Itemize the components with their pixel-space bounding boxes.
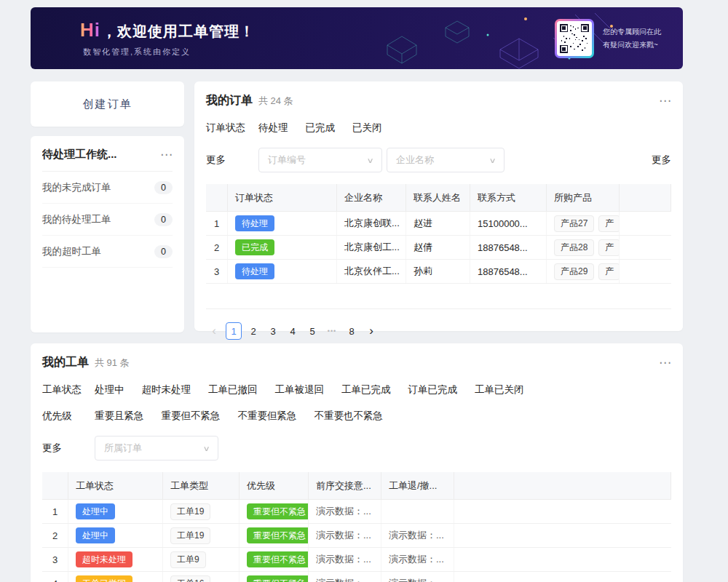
- product-tag: 产: [598, 263, 620, 280]
- sidebar: 创建订单 待处理工作统... ⋯ 我的未完成订单 0 我的待处理工单 0 我的超…: [31, 81, 184, 332]
- priority-badge: 重要但不紧急: [247, 527, 309, 543]
- col-company: 企业名称: [337, 184, 406, 211]
- ticket-status-badge: 工单已撤回: [76, 575, 132, 582]
- pagination-page-8[interactable]: 8: [344, 322, 360, 340]
- filter-option-pending[interactable]: 待处理: [258, 121, 288, 135]
- qr-code[interactable]: [555, 19, 594, 58]
- create-order-button[interactable]: 创建订单: [83, 97, 132, 111]
- parent-order-select[interactable]: 所属订单 ∨: [95, 436, 218, 461]
- phone-cell: 18876548...: [470, 260, 547, 283]
- filter-option-not-important-not-urgent[interactable]: 不重要也不紧急: [314, 410, 384, 423]
- pre-handover-cell: 演示数据：...: [309, 548, 381, 571]
- product-tag: 产品27: [554, 215, 594, 232]
- priority-badge: 重要但不紧急: [247, 575, 309, 582]
- pagination-ellipsis-icon[interactable]: •••: [324, 322, 340, 340]
- ticket-status-badge: 处理中: [76, 527, 115, 543]
- orders-more-label: 更多: [206, 154, 258, 167]
- order-status-badge: 已完成: [235, 239, 274, 255]
- stat-item-unfinished-orders[interactable]: 我的未完成订单 0: [42, 172, 173, 204]
- order-status-filter-row: 订单状态 待处理 已完成 已关闭: [206, 121, 671, 135]
- row-index: 1: [206, 212, 228, 235]
- stat-item-pending-tickets[interactable]: 我的待处理工单 0: [42, 204, 173, 236]
- orders-more-link[interactable]: 更多: [652, 154, 671, 167]
- col-contact-phone: 联系方式: [470, 184, 547, 211]
- phone-cell: 18876548...: [470, 236, 547, 259]
- pagination-prev-icon[interactable]: ‹: [206, 322, 222, 340]
- orders-more-filter-row: 更多 订单编号 ∨ 企业名称 ∨ 更多: [206, 148, 671, 172]
- ticket-type-tag: 工单16: [170, 575, 210, 582]
- banner-title: Hi ，欢迎使用工单管理！: [80, 19, 255, 41]
- col-priority: 优先级: [240, 472, 309, 499]
- filter-option-important-urgent[interactable]: 重要且紧急: [95, 410, 144, 423]
- order-row-3[interactable]: 3 待处理 北京伙伴工... 孙莉 18876548... 产品29 产: [206, 260, 671, 284]
- ticket-type-tag: 工单9: [170, 551, 206, 568]
- orders-table: 订单状态 企业名称 联系人姓名 联系方式 所购产品 1 待处理 北京康创联...…: [206, 184, 671, 309]
- col-contact-name: 联系人姓名: [406, 184, 470, 211]
- pagination-page-4[interactable]: 4: [285, 322, 301, 340]
- qr-caption-line2: 有疑问欢迎来戳~: [603, 39, 661, 52]
- pagination-page-3[interactable]: 3: [265, 322, 281, 340]
- order-status-badge: 待处理: [235, 215, 274, 231]
- filter-option-withdrawn[interactable]: 工单已撤回: [208, 383, 258, 396]
- order-row-2[interactable]: 2 已完成 北京康创工... 赵倩 18876548... 产品28 产: [206, 236, 671, 260]
- pre-handover-cell: 演示数据：...: [309, 572, 381, 582]
- filter-option-processing[interactable]: 处理中: [95, 383, 124, 396]
- pagination-page-5[interactable]: 5: [304, 322, 320, 340]
- products-cell: 产品28 产: [547, 236, 620, 259]
- tickets-table-header: 工单状态 工单类型 优先级 前序交接意... 工单退/撤...: [42, 472, 671, 500]
- ticket-row-2[interactable]: 2 处理中 工单19 重要但不紧急 演示数据：... 演示数据：...: [42, 524, 671, 548]
- company-cell: 北京伙伴工...: [337, 260, 406, 283]
- stat-label: 我的超时工单: [42, 245, 101, 258]
- products-cell: 产品29 产: [547, 260, 620, 283]
- order-status-filter-label: 订单状态: [206, 121, 258, 135]
- filter-option-completed[interactable]: 已完成: [306, 121, 336, 135]
- chevron-down-icon: ∨: [366, 156, 373, 164]
- product-tag: 产品28: [554, 239, 594, 256]
- filter-option-order-done[interactable]: 订单已完成: [408, 383, 458, 396]
- company-cell: 北京康创工...: [337, 236, 406, 259]
- filter-option-not-important-urgent[interactable]: 不重要但紧急: [238, 410, 297, 423]
- ticket-row-4[interactable]: 4 工单已撤回 工单16 重要但不紧急 演示数据：... 演示数据：...: [42, 572, 671, 582]
- stat-item-overdue-tickets[interactable]: 我的超时工单 0: [42, 236, 173, 268]
- tickets-panel-title: 我的工单: [42, 355, 89, 370]
- tickets-more-icon[interactable]: ⋯: [659, 356, 671, 369]
- phone-cell: 15100000...: [470, 212, 547, 235]
- stat-count-badge: 0: [154, 213, 173, 226]
- ticket-status-badge: 超时未处理: [76, 551, 132, 567]
- order-number-select[interactable]: 订单编号 ∨: [258, 148, 382, 172]
- company-name-select[interactable]: 企业名称 ∨: [387, 148, 505, 172]
- col-ticket-status: 工单状态: [68, 472, 163, 499]
- pre-handover-cell: 演示数据：...: [309, 524, 381, 547]
- filter-option-ticket-done[interactable]: 工单已完成: [341, 383, 391, 396]
- filter-option-closed[interactable]: 已关闭: [352, 121, 382, 135]
- filter-option-returned[interactable]: 工单被退回: [275, 383, 325, 396]
- filter-option-important-not-urgent[interactable]: 重要但不紧急: [162, 410, 221, 423]
- pagination-page-1[interactable]: 1: [226, 322, 242, 340]
- stats-more-icon[interactable]: ⋯: [160, 148, 173, 161]
- filter-option-overdue[interactable]: 超时未处理: [142, 383, 191, 396]
- orders-count: 共 24 条: [258, 95, 293, 108]
- stat-count-badge: 0: [154, 181, 173, 194]
- row-index: 2: [206, 236, 228, 259]
- contact-cell: 赵进: [406, 212, 470, 235]
- create-order-card: 创建订单: [31, 81, 184, 127]
- stat-label: 我的待处理工单: [42, 213, 111, 226]
- order-row-1[interactable]: 1 待处理 北京康创联... 赵进 15100000... 产品27 产: [206, 212, 671, 236]
- orders-pagination: ‹ 1 2 3 4 5 ••• 8 ›: [206, 322, 671, 340]
- filter-option-ticket-closed[interactable]: 工单已关闭: [475, 383, 524, 396]
- pending-work-stats-card: 待处理工作统... ⋯ 我的未完成订单 0 我的待处理工单 0 我的超时工单 0: [31, 136, 184, 332]
- row-index: 3: [206, 260, 228, 283]
- pagination-page-2[interactable]: 2: [245, 322, 261, 340]
- chevron-down-icon: ∨: [488, 156, 496, 164]
- ticket-row-3[interactable]: 3 超时未处理 工单9 重要但不紧急 演示数据：... 演示数据：...: [42, 548, 671, 572]
- tickets-table: 工单状态 工单类型 优先级 前序交接意... 工单退/撤... 1 处理中 工单…: [42, 472, 671, 582]
- chevron-down-icon: ∨: [202, 445, 210, 453]
- pagination-next-icon[interactable]: ›: [363, 322, 379, 340]
- ticket-type-tag: 工单19: [170, 527, 210, 544]
- banner-title-hi: Hi: [80, 19, 100, 41]
- tickets-count: 共 91 条: [95, 356, 130, 370]
- contact-cell: 赵倩: [406, 236, 470, 259]
- orders-more-icon[interactable]: ⋯: [659, 95, 671, 107]
- priority-filter-row: 优先级 重要且紧急 重要但不紧急 不重要但紧急 不重要也不紧急: [42, 410, 671, 423]
- ticket-row-1[interactable]: 1 处理中 工单19 重要但不紧急 演示数据：...: [42, 500, 671, 524]
